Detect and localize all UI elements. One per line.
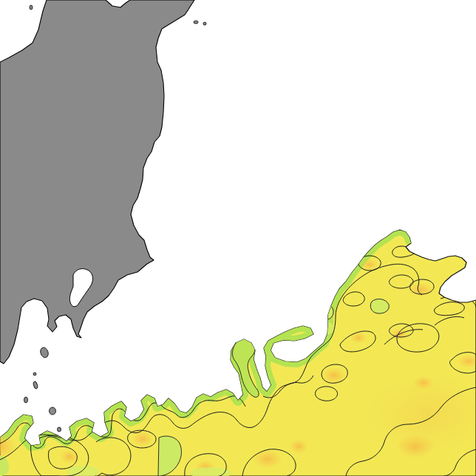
map-svg	[0, 0, 476, 476]
sst-map-canvas	[0, 0, 476, 476]
